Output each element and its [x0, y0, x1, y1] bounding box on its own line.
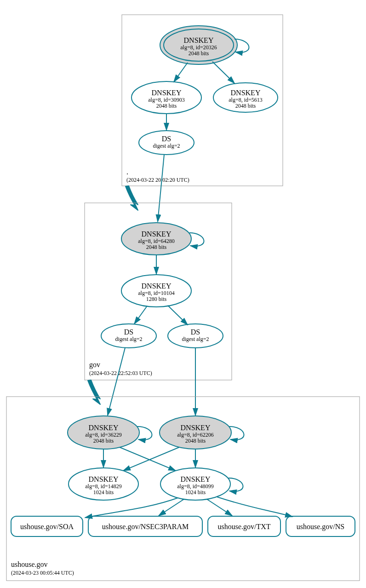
root-zsk2-title: DNSKEY [231, 89, 261, 97]
arrow-root-gov [126, 186, 138, 210]
root-zsk1-l1: alg=8, id=30903 [148, 97, 185, 103]
zone-ushouse-time: (2024-03-23 00:05:44 UTC) [11, 570, 74, 576]
gov-ds1-title: DS [124, 328, 133, 336]
edge-govzsk-govds1 [134, 306, 147, 324]
uh-ksk2-l2: 2048 bits [185, 438, 206, 444]
uh-ksk2-l1: alg=8, id=62206 [177, 432, 214, 438]
uh-ksk2-title: DNSKEY [181, 424, 211, 432]
uh-ksk1-l1: alg=8, id=36229 [85, 432, 122, 438]
edge-uhzsk2-nsec [159, 499, 184, 516]
root-ds-title: DS [162, 135, 171, 143]
edge-rootksk-rootzsk2 [212, 62, 234, 83]
uh-ksk1-title: DNSKEY [89, 424, 119, 432]
rr-txt-text: ushouse.gov/TXT [217, 523, 270, 531]
arrow-gov-ushouse [88, 380, 100, 404]
root-zsk1-l2: 2048 bits [156, 103, 177, 109]
gov-ksk-title: DNSKEY [142, 230, 172, 238]
root-ksk-l1: alg=8, id=20326 [180, 44, 217, 51]
gov-ksk-l2: 2048 bits [146, 244, 167, 250]
gov-zsk-title: DNSKEY [142, 282, 172, 290]
root-ds-l1: digest alg=2 [153, 143, 180, 149]
edge-rootds-govksk [158, 155, 164, 222]
uh-zsk2-title: DNSKEY [181, 475, 211, 483]
root-ksk-l2: 2048 bits [189, 50, 209, 57]
gov-ds2-l1: digest alg=2 [182, 336, 209, 342]
uh-zsk1-l2: 1024 bits [93, 489, 114, 496]
gov-ds1-l1: digest alg=2 [115, 336, 142, 342]
edge-govds1-uhksk1 [108, 348, 125, 415]
root-zsk1-title: DNSKEY [152, 89, 182, 97]
root-zsk2-l1: alg=8, id=5613 [229, 97, 263, 103]
zone-gov-name: gov [89, 361, 100, 369]
zone-gov-time: (2024-03-22 22:52:03 UTC) [89, 370, 152, 376]
edge-uhksk2-uhzsk1 [123, 447, 179, 471]
uh-ksk1-l2: 2048 bits [93, 438, 114, 444]
gov-ds2-title: DS [191, 328, 200, 336]
zone-root-name: . [126, 168, 128, 176]
gov-zsk-l1: alg=8, id=10104 [138, 290, 175, 296]
gov-zsk-l2: 1280 bits [146, 296, 167, 302]
uh-zsk1-l1: alg=8, id=14829 [85, 483, 122, 490]
uh-zsk2-l2: 1024 bits [185, 489, 206, 496]
gov-ksk-l1: alg=8, id=64280 [138, 238, 175, 244]
zone-root-time: (2024-03-22 20:02:20 UTC) [126, 177, 189, 183]
edge-rootksk-rootzsk1 [174, 63, 188, 82]
root-zsk2-l2: 2048 bits [235, 103, 256, 109]
uh-zsk2-l1: alg=8, id=48099 [177, 483, 214, 490]
rr-ns-text: ushouse.gov/NS [297, 523, 344, 531]
edge-uhzsk2-soa [85, 498, 178, 518]
uh-zsk1-title: DNSKEY [89, 475, 119, 483]
edge-govzsk-govds2 [168, 306, 188, 325]
edge-uhzsk2-txt [207, 499, 232, 516]
root-ksk-title: DNSKEY [184, 36, 214, 44]
rr-nsec-text: ushouse.gov/NSEC3PARAM [102, 523, 189, 531]
edge-uhksk1-uhzsk2 [120, 447, 176, 471]
dnssec-graph: . (2024-03-22 20:02:20 UTC) DNSKEY alg=8… [0, 0, 366, 588]
rr-soa-text: ushouse.gov/SOA [20, 523, 74, 531]
zone-ushouse-name: ushouse.gov [11, 560, 48, 569]
